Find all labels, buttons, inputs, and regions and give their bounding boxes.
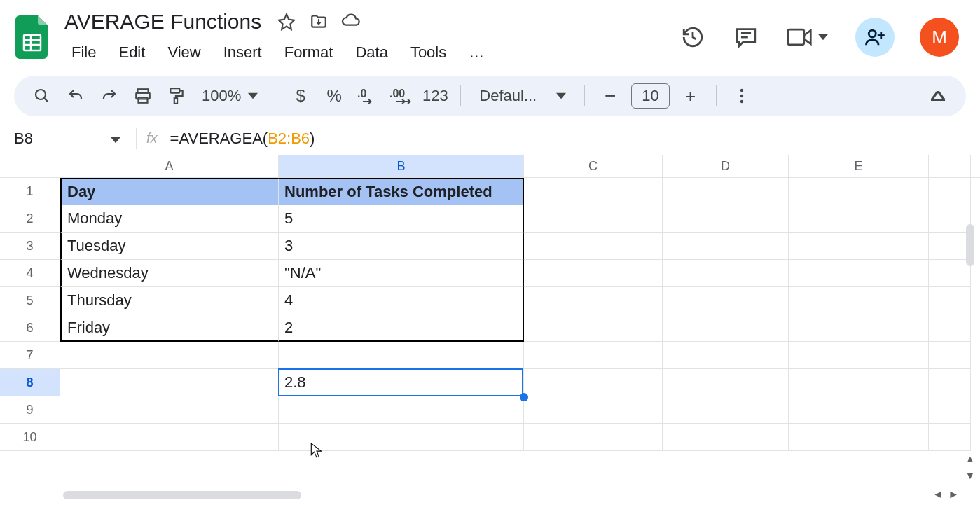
move-icon[interactable] — [309, 12, 329, 32]
cell-e9[interactable] — [789, 396, 929, 424]
col-header-b[interactable]: B — [279, 155, 524, 177]
cell-a1[interactable]: Day — [60, 178, 279, 205]
cell-a8[interactable] — [60, 369, 279, 396]
cell-e6[interactable] — [789, 314, 929, 342]
cell-e7[interactable] — [789, 342, 929, 369]
cell-d7[interactable] — [663, 342, 789, 369]
number-format-select[interactable]: 123 — [421, 82, 449, 110]
cell-a5[interactable]: Thursday — [60, 287, 279, 314]
cell-b7[interactable] — [279, 342, 524, 369]
more-tools-icon[interactable] — [728, 82, 756, 110]
cell-a7[interactable] — [60, 342, 279, 369]
cell-a2[interactable]: Monday — [60, 205, 279, 233]
cell-e4[interactable] — [789, 260, 929, 287]
cell-b10[interactable] — [279, 424, 524, 451]
share-button[interactable] — [855, 18, 895, 57]
cell-d2[interactable] — [663, 205, 789, 233]
row-header-2[interactable]: 2 — [0, 205, 60, 233]
cell-d6[interactable] — [663, 314, 789, 342]
cell-c2[interactable] — [524, 205, 663, 233]
cell-d9[interactable] — [663, 396, 789, 424]
menu-overflow[interactable]: … — [459, 39, 494, 66]
cell-e10[interactable] — [789, 424, 929, 451]
decrease-decimal-icon[interactable]: .0 — [354, 82, 382, 110]
col-header-f[interactable] — [929, 155, 971, 177]
scroll-left-icon[interactable]: ◄ — [932, 488, 944, 501]
cell-c9[interactable] — [524, 396, 663, 424]
select-all-corner[interactable] — [0, 155, 60, 177]
formula-input[interactable]: =AVERAGEA(B2:B6) — [170, 130, 315, 148]
col-header-d[interactable]: D — [663, 155, 789, 177]
redo-icon[interactable] — [95, 82, 123, 110]
name-box[interactable]: B8 — [14, 130, 126, 148]
scroll-up-icon[interactable]: ▲ — [962, 450, 978, 467]
row-header-6[interactable]: 6 — [0, 314, 60, 342]
col-header-a[interactable]: A — [60, 155, 279, 177]
menu-data[interactable]: Data — [345, 39, 397, 66]
menu-view[interactable]: View — [158, 39, 210, 66]
cell-a10[interactable] — [60, 424, 279, 451]
collapse-toolbar-icon[interactable] — [924, 82, 952, 110]
row-header-8[interactable]: 8 — [0, 369, 60, 396]
sheets-logo[interactable] — [14, 13, 50, 62]
increase-font-icon[interactable]: + — [677, 82, 705, 110]
print-icon[interactable] — [129, 82, 157, 110]
menu-format[interactable]: Format — [275, 39, 343, 66]
row-header-10[interactable]: 10 — [0, 424, 60, 451]
currency-icon[interactable]: $ — [287, 82, 315, 110]
meet-icon[interactable] — [785, 23, 813, 51]
cell-d4[interactable] — [663, 260, 789, 287]
avatar[interactable]: M — [920, 18, 959, 57]
cell-b8[interactable]: 2.8 — [279, 369, 524, 396]
doc-title[interactable]: AVERAGE Functions — [62, 8, 264, 35]
cell-c6[interactable] — [524, 314, 663, 342]
cell-e8[interactable] — [789, 369, 929, 396]
cell-b6[interactable]: 2 — [279, 314, 524, 342]
cell-c5[interactable] — [524, 287, 663, 314]
undo-icon[interactable] — [62, 82, 90, 110]
cell-d8[interactable] — [663, 369, 789, 396]
vertical-scrollbar[interactable]: ▲ ▼ — [962, 189, 979, 484]
history-icon[interactable] — [679, 23, 707, 51]
comment-icon[interactable] — [732, 23, 760, 51]
horizontal-scrollbar[interactable] — [63, 488, 917, 502]
font-family-select[interactable]: Defaul... — [472, 87, 573, 105]
fill-handle[interactable] — [520, 393, 528, 401]
menu-edit[interactable]: Edit — [109, 39, 155, 66]
search-menus-icon[interactable] — [28, 82, 56, 110]
row-header-4[interactable]: 4 — [0, 260, 60, 287]
menu-file[interactable]: File — [62, 39, 106, 66]
col-header-c[interactable]: C — [524, 155, 663, 177]
scroll-down-icon[interactable]: ▼ — [962, 467, 978, 484]
star-icon[interactable] — [277, 12, 296, 32]
cell-d10[interactable] — [663, 424, 789, 451]
increase-decimal-icon[interactable]: .00 — [387, 82, 415, 110]
spreadsheet-grid[interactable]: A B C D E 1 2 3 4 5 6 7 8 9 10 Day Numbe… — [0, 155, 980, 451]
cell-b4[interactable]: "N/A" — [279, 260, 524, 287]
cell-c3[interactable] — [524, 233, 663, 260]
cell-d5[interactable] — [663, 287, 789, 314]
cell-c1[interactable] — [524, 178, 663, 205]
cell-b2[interactable]: 5 — [279, 205, 524, 233]
paint-format-icon[interactable] — [163, 82, 191, 110]
cell-e2[interactable] — [789, 205, 929, 233]
font-size-input[interactable]: 10 — [631, 83, 669, 109]
scroll-right-icon[interactable]: ► — [948, 488, 959, 501]
row-header-5[interactable]: 5 — [0, 287, 60, 314]
cell-d1[interactable] — [663, 178, 789, 205]
cell-e5[interactable] — [789, 287, 929, 314]
cell-c7[interactable] — [524, 342, 663, 369]
row-header-1[interactable]: 1 — [0, 178, 60, 205]
row-header-9[interactable]: 9 — [0, 396, 60, 424]
zoom-select[interactable]: 100% — [196, 87, 263, 105]
decrease-font-icon[interactable]: − — [596, 82, 624, 110]
cloud-icon[interactable] — [341, 12, 361, 32]
row-header-3[interactable]: 3 — [0, 233, 60, 260]
meet-dropdown-icon[interactable] — [816, 23, 830, 51]
menu-tools[interactable]: Tools — [401, 39, 456, 66]
percent-icon[interactable]: % — [320, 82, 348, 110]
col-header-e[interactable]: E — [789, 155, 929, 177]
menu-insert[interactable]: Insert — [214, 39, 272, 66]
cell-a9[interactable] — [60, 396, 279, 424]
cell-b5[interactable]: 4 — [279, 287, 524, 314]
